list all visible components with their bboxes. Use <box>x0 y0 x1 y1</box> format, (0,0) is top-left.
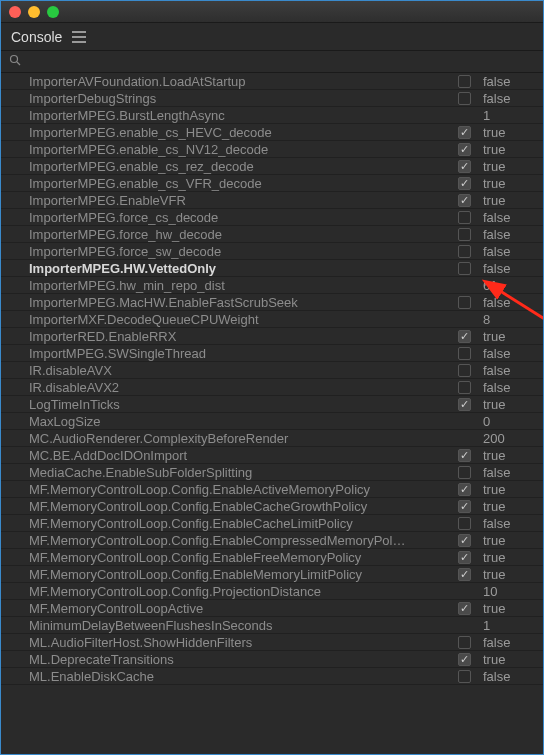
settings-row[interactable]: MC.BE.AddDocIDOnImport✓true <box>1 447 543 464</box>
setting-value[interactable]: false <box>477 227 543 242</box>
settings-row[interactable]: ImporterMPEG.hw_min_repo_dist61 <box>1 277 543 294</box>
settings-row[interactable]: MF.MemoryControlLoop.Config.EnableCacheG… <box>1 498 543 515</box>
maximize-icon[interactable] <box>47 6 59 18</box>
setting-value[interactable]: false <box>477 635 543 650</box>
settings-row[interactable]: ImporterMPEG.MacHW.EnableFastScrubSeekfa… <box>1 294 543 311</box>
setting-value[interactable]: false <box>477 380 543 395</box>
setting-value[interactable]: true <box>477 448 543 463</box>
settings-row[interactable]: ImporterMPEG.enable_cs_rez_decode✓true <box>1 158 543 175</box>
setting-checkbox[interactable]: ✓ <box>458 653 471 666</box>
settings-row[interactable]: ImporterDebugStringsfalse <box>1 90 543 107</box>
setting-value[interactable]: true <box>477 482 543 497</box>
settings-row[interactable]: ML.EnableDiskCachefalse <box>1 668 543 685</box>
setting-value[interactable]: true <box>477 533 543 548</box>
setting-value[interactable]: false <box>477 669 543 684</box>
setting-checkbox[interactable]: ✓ <box>458 568 471 581</box>
setting-checkbox[interactable] <box>458 296 471 309</box>
settings-row[interactable]: MinimumDelayBetweenFlushesInSeconds1 <box>1 617 543 634</box>
setting-checkbox[interactable]: ✓ <box>458 500 471 513</box>
setting-value[interactable]: false <box>477 516 543 531</box>
settings-list[interactable]: ImporterAVFoundation.LoadAtStartupfalseI… <box>1 73 543 752</box>
setting-value[interactable]: true <box>477 567 543 582</box>
setting-checkbox[interactable] <box>458 636 471 649</box>
setting-value[interactable]: 10 <box>477 584 543 599</box>
setting-checkbox[interactable]: ✓ <box>458 126 471 139</box>
setting-value[interactable]: true <box>477 176 543 191</box>
settings-row[interactable]: MF.MemoryControlLoop.Config.EnableCacheL… <box>1 515 543 532</box>
search-input[interactable] <box>27 54 535 69</box>
setting-checkbox[interactable] <box>458 262 471 275</box>
setting-value[interactable]: false <box>477 295 543 310</box>
settings-row[interactable]: MC.AudioRenderer.ComplexityBeforeRender2… <box>1 430 543 447</box>
settings-row[interactable]: MF.MemoryControlLoop.Config.ProjectionDi… <box>1 583 543 600</box>
setting-checkbox[interactable]: ✓ <box>458 398 471 411</box>
setting-value[interactable]: false <box>477 261 543 276</box>
settings-row[interactable]: ImporterMPEG.force_cs_decodefalse <box>1 209 543 226</box>
settings-row[interactable]: ImporterMXF.DecodeQueueCPUWeight8 <box>1 311 543 328</box>
settings-row[interactable]: MediaCache.EnableSubFolderSplittingfalse <box>1 464 543 481</box>
setting-value[interactable]: false <box>477 210 543 225</box>
settings-row[interactable]: ML.DeprecateTransitions✓true <box>1 651 543 668</box>
setting-value[interactable]: false <box>477 363 543 378</box>
setting-value[interactable]: 61 <box>477 278 543 293</box>
setting-checkbox[interactable] <box>458 381 471 394</box>
setting-checkbox[interactable] <box>458 364 471 377</box>
settings-row[interactable]: ImporterMPEG.enable_cs_HEVC_decode✓true <box>1 124 543 141</box>
setting-checkbox[interactable]: ✓ <box>458 551 471 564</box>
settings-row[interactable]: ML.AudioFilterHost.ShowHiddenFiltersfals… <box>1 634 543 651</box>
setting-value[interactable]: true <box>477 397 543 412</box>
settings-row[interactable]: ImporterMPEG.HW.VettedOnlyfalse <box>1 260 543 277</box>
settings-row[interactable]: MF.MemoryControlLoopActive✓true <box>1 600 543 617</box>
setting-value[interactable]: true <box>477 159 543 174</box>
setting-checkbox[interactable] <box>458 670 471 683</box>
setting-checkbox[interactable]: ✓ <box>458 330 471 343</box>
settings-row[interactable]: ImporterMPEG.enable_cs_NV12_decode✓true <box>1 141 543 158</box>
setting-value[interactable]: true <box>477 142 543 157</box>
setting-value[interactable]: true <box>477 550 543 565</box>
setting-checkbox[interactable] <box>458 347 471 360</box>
setting-checkbox[interactable]: ✓ <box>458 143 471 156</box>
settings-row[interactable]: ImporterAVFoundation.LoadAtStartupfalse <box>1 73 543 90</box>
settings-row[interactable]: MF.MemoryControlLoop.Config.EnableMemory… <box>1 566 543 583</box>
settings-row[interactable]: ImporterRED.EnableRRX✓true <box>1 328 543 345</box>
setting-checkbox[interactable] <box>458 466 471 479</box>
setting-checkbox[interactable]: ✓ <box>458 160 471 173</box>
setting-checkbox[interactable] <box>458 92 471 105</box>
setting-value[interactable]: true <box>477 652 543 667</box>
setting-value[interactable]: false <box>477 244 543 259</box>
setting-value[interactable]: false <box>477 91 543 106</box>
setting-value[interactable]: true <box>477 193 543 208</box>
setting-checkbox[interactable] <box>458 211 471 224</box>
settings-row[interactable]: MaxLogSize0 <box>1 413 543 430</box>
menu-icon[interactable] <box>72 31 86 43</box>
setting-value[interactable]: false <box>477 74 543 89</box>
setting-value[interactable]: true <box>477 499 543 514</box>
settings-row[interactable]: ImporterMPEG.EnableVFR✓true <box>1 192 543 209</box>
setting-value[interactable]: false <box>477 465 543 480</box>
setting-checkbox[interactable]: ✓ <box>458 177 471 190</box>
setting-checkbox[interactable] <box>458 245 471 258</box>
settings-row[interactable]: ImporterMPEG.BurstLengthAsync1 <box>1 107 543 124</box>
settings-row[interactable]: IR.disableAVXfalse <box>1 362 543 379</box>
setting-value[interactable]: 1 <box>477 618 543 633</box>
setting-value[interactable]: true <box>477 329 543 344</box>
setting-checkbox[interactable] <box>458 517 471 530</box>
setting-value[interactable]: true <box>477 601 543 616</box>
setting-checkbox[interactable]: ✓ <box>458 449 471 462</box>
settings-row[interactable]: ImporterMPEG.force_sw_decodefalse <box>1 243 543 260</box>
setting-checkbox[interactable]: ✓ <box>458 194 471 207</box>
settings-row[interactable]: MF.MemoryControlLoop.Config.EnableFreeMe… <box>1 549 543 566</box>
setting-value[interactable]: true <box>477 125 543 140</box>
setting-value[interactable]: 200 <box>477 431 543 446</box>
minimize-icon[interactable] <box>28 6 40 18</box>
setting-checkbox[interactable]: ✓ <box>458 483 471 496</box>
setting-value[interactable]: 8 <box>477 312 543 327</box>
settings-row[interactable]: ImporterMPEG.enable_cs_VFR_decode✓true <box>1 175 543 192</box>
settings-row[interactable]: ImportMPEG.SWSingleThreadfalse <box>1 345 543 362</box>
setting-value[interactable]: false <box>477 346 543 361</box>
settings-row[interactable]: LogTimeInTicks✓true <box>1 396 543 413</box>
setting-checkbox[interactable]: ✓ <box>458 602 471 615</box>
setting-value[interactable]: 0 <box>477 414 543 429</box>
settings-row[interactable]: IR.disableAVX2false <box>1 379 543 396</box>
setting-value[interactable]: 1 <box>477 108 543 123</box>
